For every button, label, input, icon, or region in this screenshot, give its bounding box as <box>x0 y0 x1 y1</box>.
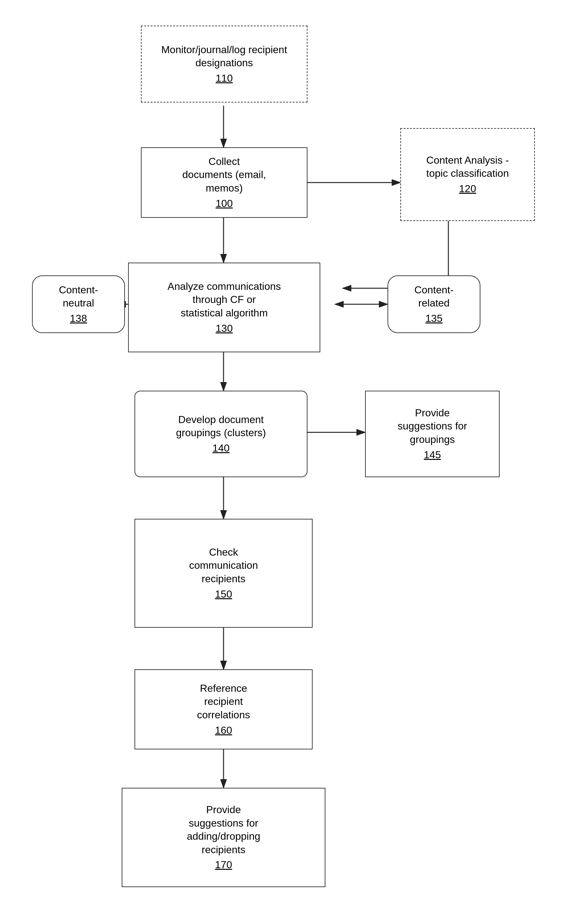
node-135-label: Content-related <box>414 284 454 310</box>
node-120: Content Analysis -topic classification 1… <box>400 128 535 221</box>
node-145: Providesuggestions forgroupings 145 <box>365 391 500 477</box>
node-150-label: Checkcommunicationrecipients <box>189 546 258 586</box>
node-150-ref: 150 <box>215 588 232 601</box>
node-138: Content-neutral 138 <box>32 276 125 333</box>
node-170-label: Providesuggestions foradding/droppingrec… <box>187 803 260 857</box>
node-170: Providesuggestions foradding/droppingrec… <box>122 788 325 887</box>
node-110: Monitor/journal/log recipient designatio… <box>141 26 308 102</box>
node-130-ref: 130 <box>215 322 233 335</box>
node-145-ref: 145 <box>424 448 441 462</box>
node-130-label: Analyze communicationsthrough CF orstati… <box>167 280 281 320</box>
node-130: Analyze communicationsthrough CF orstati… <box>128 263 320 352</box>
node-140: Develop documentgroupings (clusters) 140 <box>134 391 308 477</box>
node-170-ref: 170 <box>215 858 232 872</box>
node-120-label: Content Analysis -topic classification <box>426 154 509 180</box>
node-140-ref: 140 <box>212 442 229 455</box>
node-100-label: Collectdocuments (email,memos) <box>182 155 266 195</box>
node-110-ref: 110 <box>215 72 233 85</box>
node-160: Referencerecipientcorrelations 160 <box>134 669 312 750</box>
node-160-ref: 160 <box>215 724 232 737</box>
node-135: Content-related 135 <box>387 276 480 333</box>
node-138-ref: 138 <box>70 312 87 325</box>
node-110-label: Monitor/journal/log recipient designatio… <box>148 43 300 70</box>
node-100: Collectdocuments (email,memos) 100 <box>141 147 308 218</box>
node-138-label: Content-neutral <box>59 284 98 310</box>
node-160-label: Referencerecipientcorrelations <box>197 682 250 722</box>
node-150: Checkcommunicationrecipients 150 <box>134 519 312 628</box>
flowchart-diagram: Monitor/journal/log recipient designatio… <box>0 0 588 906</box>
node-120-ref: 120 <box>459 182 476 196</box>
node-140-label: Develop documentgroupings (clusters) <box>176 413 266 440</box>
node-100-ref: 100 <box>215 197 233 211</box>
node-145-label: Providesuggestions forgroupings <box>397 407 467 447</box>
node-135-ref: 135 <box>425 312 442 325</box>
